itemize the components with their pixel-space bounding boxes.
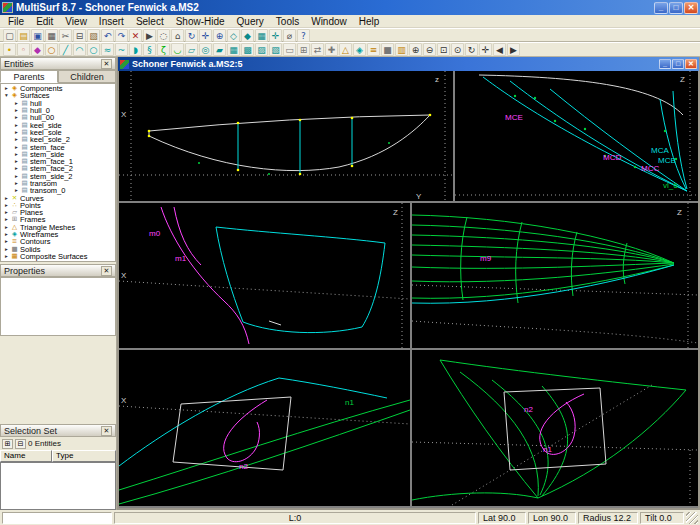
triangle-mesh-icon[interactable]: △	[339, 43, 352, 56]
composite-surface-icon[interactable]: ▥	[395, 43, 408, 56]
pan-icon[interactable]: ✛	[479, 43, 492, 56]
minimize-button[interactable]: _	[654, 2, 668, 14]
entities-close-icon[interactable]: ✕	[101, 59, 112, 69]
expand-arrow-icon[interactable]: ▸	[13, 165, 20, 172]
menu-item[interactable]: Window	[305, 16, 353, 27]
open-icon[interactable]: ▤	[17, 29, 30, 42]
mirror-icon[interactable]: ⇄	[311, 43, 324, 56]
nurbs-surface-icon[interactable]: ▧	[269, 43, 282, 56]
tree-item[interactable]: ▸ ▱ Planes	[1, 209, 115, 216]
geodesic-snake-icon[interactable]: ◡	[171, 43, 184, 56]
bead-icon[interactable]: ◦	[17, 43, 30, 56]
paste-icon[interactable]: ▧	[87, 29, 100, 42]
grid-toggle-icon[interactable]: ▦	[255, 29, 268, 42]
zoom-extents-icon[interactable]: ⊙	[451, 43, 464, 56]
doc-restore-button[interactable]: □	[672, 59, 684, 69]
clear-list-icon[interactable]: ⊟	[15, 439, 26, 449]
tree-item[interactable]: ▸ △ Triangle Meshes	[1, 224, 115, 231]
snake-icon[interactable]: ζ	[157, 43, 170, 56]
doc-close-button[interactable]: ✕	[685, 59, 697, 69]
viewport-bodyplan[interactable]: MCE MCD MCA MCB MCC vl_6 Z	[455, 71, 698, 201]
viewport-wireframe[interactable]: m9 Z	[412, 203, 698, 348]
wireframe-icon[interactable]: ◈	[353, 43, 366, 56]
wireframe-mode-icon[interactable]: ◇	[227, 29, 240, 42]
next-view-icon[interactable]: ▶	[507, 43, 520, 56]
expand-arrow-icon[interactable]: ▸	[3, 85, 10, 92]
tree-item[interactable]: ▸ ✕ Curves	[1, 194, 115, 201]
viewport-transom[interactable]: m0 m1 X Z	[119, 203, 410, 348]
column-header-type[interactable]: Type	[52, 450, 116, 462]
expand-arrow-icon[interactable]: ▸	[13, 173, 20, 180]
line-icon[interactable]: ╱	[59, 43, 72, 56]
expand-arrow-icon[interactable]: ▸	[3, 231, 10, 238]
contours-icon[interactable]: ≡	[367, 43, 380, 56]
expand-arrow-icon[interactable]: ▸	[13, 151, 20, 158]
save-icon[interactable]: ▣	[31, 29, 44, 42]
menu-item[interactable]: File	[2, 16, 30, 27]
ring-icon[interactable]: ○	[45, 43, 58, 56]
rotate-icon[interactable]: ↻	[465, 43, 478, 56]
prev-view-icon[interactable]: ◀	[493, 43, 506, 56]
revolution-surface-icon[interactable]: ◎	[199, 43, 212, 56]
knot-icon[interactable]: ✚	[325, 43, 338, 56]
expand-arrow-icon[interactable]: ▸	[3, 209, 10, 216]
point-icon[interactable]: •	[3, 43, 16, 56]
redo-icon[interactable]: ↷	[115, 29, 128, 42]
viewport-profile[interactable]: X Y z	[119, 71, 453, 201]
circle-icon[interactable]: ○	[87, 43, 100, 56]
expand-arrow-icon[interactable]: ▸	[3, 253, 10, 260]
close-button[interactable]: ✕	[684, 2, 698, 14]
helix-icon[interactable]: §	[143, 43, 156, 56]
window-titlebar[interactable]: MultiSurf 8.7 - Schoner Fenwick a.MS2 _ …	[0, 0, 700, 15]
ruled-surface-icon[interactable]: ▱	[185, 43, 198, 56]
expand-arrow-icon[interactable]: ▸	[13, 158, 20, 165]
properties-body[interactable]	[0, 277, 116, 336]
menu-item[interactable]: View	[59, 16, 93, 27]
tab-parents[interactable]: Parents	[0, 70, 58, 83]
expand-arrow-icon[interactable]: ▸	[3, 202, 10, 209]
tree-item[interactable]: ▸ ▤ hull	[1, 100, 115, 107]
expand-arrow-icon[interactable]: ▸	[13, 144, 20, 151]
copy-icon[interactable]: ⊟	[73, 29, 86, 42]
zoom-out-icon[interactable]: ⊖	[423, 43, 436, 56]
blend-surface-icon[interactable]: ▨	[255, 43, 268, 56]
expand-arrow-icon[interactable]: ▸	[3, 238, 10, 245]
tab-children[interactable]: Children	[58, 70, 116, 83]
expand-arrow-icon[interactable]: ▾	[3, 92, 10, 99]
cspline-surface-icon[interactable]: ▩	[241, 43, 254, 56]
select-pointer-icon[interactable]: ▶	[143, 29, 156, 42]
print-icon[interactable]: ▦	[45, 29, 58, 42]
menu-item[interactable]: Edit	[30, 16, 59, 27]
properties-close-icon[interactable]: ✕	[101, 266, 112, 276]
bspline-curve-icon[interactable]: ≈	[101, 43, 114, 56]
expand-arrow-icon[interactable]: ▸	[3, 224, 10, 231]
entity-tree[interactable]: ▸ ◈ Components ▾ ◈ Surfaces ▸ ▤ hull	[0, 83, 116, 262]
tree-item[interactable]: ▾ ◈ Surfaces	[1, 92, 115, 99]
menu-item[interactable]: Query	[231, 16, 270, 27]
tree-item[interactable]: ▸ ▤ transom_0	[1, 187, 115, 194]
doc-minimize-button[interactable]: _	[659, 59, 671, 69]
expand-arrow-icon[interactable]: ▸	[13, 107, 20, 114]
expand-arrow-icon[interactable]: ▸	[13, 129, 20, 136]
document-titlebar[interactable]: Schoner Fenwick a.MS2:5 _ □ ✕	[118, 57, 699, 71]
select-all-icon[interactable]: ◌	[157, 29, 170, 42]
column-header-name[interactable]: Name	[0, 450, 52, 462]
tree-item[interactable]: ▸ ▤ hull_0	[1, 107, 115, 114]
measure-icon[interactable]: ⌀	[283, 29, 296, 42]
shaded-mode-icon[interactable]: ◆	[241, 29, 254, 42]
menu-item[interactable]: Tools	[270, 16, 305, 27]
foil-curve-icon[interactable]: ◗	[129, 43, 142, 56]
delete-icon[interactable]: ✕	[129, 29, 142, 42]
menu-item[interactable]: Select	[130, 16, 170, 27]
bspline-surface-icon[interactable]: ▦	[227, 43, 240, 56]
plane-icon[interactable]: ▭	[283, 43, 296, 56]
expand-arrow-icon[interactable]: ▸	[13, 100, 20, 107]
expand-arrow-icon[interactable]: ▸	[13, 180, 20, 187]
tree-item[interactable]: ▸ ≡ Contours	[1, 238, 115, 245]
tree-item[interactable]: ▸ ◈ Wireframes	[1, 231, 115, 238]
cut-icon[interactable]: ✂	[59, 29, 72, 42]
rotate-view-icon[interactable]: ↻	[185, 29, 198, 42]
expand-arrow-icon[interactable]: ▸	[13, 122, 20, 129]
selection-close-icon[interactable]: ✕	[101, 426, 112, 436]
expand-arrow-icon[interactable]: ▸	[13, 114, 20, 121]
